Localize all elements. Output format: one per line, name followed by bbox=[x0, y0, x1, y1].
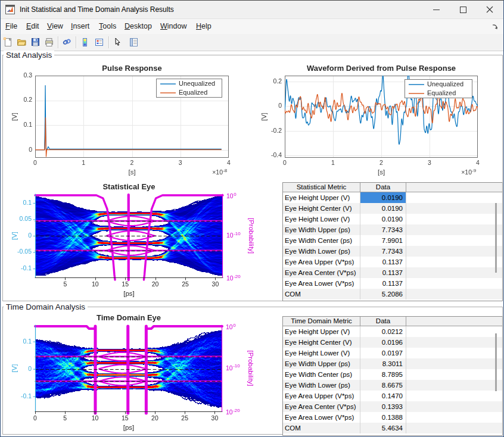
data-cell[interactable]: 0.0190 bbox=[360, 214, 406, 224]
new-figure-icon bbox=[3, 37, 13, 47]
stat-table-scrollbar[interactable] bbox=[495, 203, 497, 273]
table-header-row: Time Domain MetricData bbox=[283, 317, 502, 326]
metric-cell[interactable]: COM bbox=[283, 423, 360, 433]
data-cell[interactable]: 0.0212 bbox=[360, 326, 406, 337]
metric-cell[interactable]: Eye Width Upper (ps) bbox=[283, 224, 360, 235]
table-header-cell[interactable]: Data bbox=[360, 183, 406, 192]
data-cell[interactable]: 0.0190 bbox=[360, 203, 406, 214]
table-row: Eye Height Lower (V)0.0190 bbox=[283, 214, 502, 224]
metric-cell[interactable]: Eye Area Center (V*ps) bbox=[283, 401, 360, 412]
menu-tools[interactable]: Tools bbox=[99, 22, 116, 30]
table-row: Eye Height Lower (V)0.0197 bbox=[283, 348, 502, 358]
data-cell[interactable]: 0.1388 bbox=[360, 412, 406, 423]
table-row: Eye Height Center (V)0.0190 bbox=[283, 203, 502, 214]
maximize-button[interactable] bbox=[450, 1, 477, 18]
insert-legend-button[interactable] bbox=[94, 37, 105, 48]
metric-cell[interactable]: Eye Width Lower (ps) bbox=[283, 380, 360, 391]
matlab-icon bbox=[5, 5, 15, 14]
table-header-cell[interactable]: Data bbox=[360, 317, 406, 326]
metric-cell[interactable]: Eye Height Center (V) bbox=[283, 337, 360, 348]
menu-bar: FileEditViewInsertToolsDesktopWindowHelp bbox=[1, 18, 503, 35]
stat-panel-title: Stat Analysis bbox=[4, 51, 54, 60]
table-header-cell[interactable]: Time Domain Metric bbox=[283, 317, 360, 326]
new-figure-button[interactable] bbox=[3, 37, 14, 48]
toolbar-separator bbox=[108, 36, 110, 48]
menu-view[interactable]: View bbox=[47, 22, 63, 30]
data-cell[interactable]: 0.1137 bbox=[360, 278, 406, 289]
data-cell[interactable]: 0.0196 bbox=[360, 337, 406, 348]
metric-cell[interactable]: COM bbox=[283, 289, 360, 299]
data-cell[interactable]: 0.1137 bbox=[360, 267, 406, 278]
edit-plot-button[interactable] bbox=[113, 37, 123, 48]
metric-cell[interactable]: Eye Width Upper (ps) bbox=[283, 358, 360, 369]
window-title: Init Statistical and Time Domain Analysi… bbox=[20, 5, 174, 14]
data-cell[interactable]: 5.2086 bbox=[360, 289, 406, 299]
data-cell[interactable]: 0.1470 bbox=[360, 391, 406, 401]
waveform-chart bbox=[257, 58, 504, 180]
data-cell[interactable]: 7.9901 bbox=[360, 235, 406, 246]
title-bar[interactable]: Init Statistical and Time Domain Analysi… bbox=[1, 1, 503, 18]
table-row: Eye Width Center (ps)7.9901 bbox=[283, 235, 502, 246]
insert-colorbar-button[interactable] bbox=[80, 37, 91, 48]
link-plot-button[interactable] bbox=[62, 37, 73, 48]
data-cell[interactable]: 8.7895 bbox=[360, 369, 406, 380]
save-figure-button[interactable] bbox=[30, 37, 41, 48]
save-figure-icon bbox=[30, 37, 41, 47]
metric-cell[interactable]: Eye Height Center (V) bbox=[283, 203, 360, 214]
data-cell[interactable]: 7.7343 bbox=[360, 224, 406, 235]
data-cell[interactable]: 0.1137 bbox=[360, 257, 406, 267]
menu-edit[interactable]: Edit bbox=[26, 22, 39, 30]
metric-cell[interactable]: Eye Height Lower (V) bbox=[283, 348, 360, 358]
metric-cell[interactable]: Eye Width Center (ps) bbox=[283, 235, 360, 246]
table-row: Eye Width Center (ps)8.7895 bbox=[283, 369, 502, 380]
metric-cell[interactable]: Eye Area Upper (V*ps) bbox=[283, 391, 360, 401]
dock-figure-icon[interactable] bbox=[491, 23, 499, 30]
menu-help[interactable]: Help bbox=[196, 22, 211, 30]
close-button[interactable] bbox=[477, 1, 503, 18]
menu-window[interactable]: Window bbox=[160, 22, 186, 30]
time-table-scrollbar[interactable] bbox=[495, 333, 497, 391]
data-cell[interactable]: 0.0197 bbox=[360, 348, 406, 358]
table-row: COM5.2086 bbox=[283, 289, 502, 299]
property-inspector-icon bbox=[129, 37, 139, 47]
menu-desktop[interactable]: Desktop bbox=[125, 22, 152, 30]
property-inspector-button[interactable] bbox=[129, 37, 139, 48]
time-domain-eye-chart bbox=[7, 308, 263, 437]
table-row: Eye Height Upper (V)0.0190 bbox=[283, 192, 502, 203]
data-cell[interactable]: 0.1393 bbox=[360, 401, 406, 412]
table-row: Eye Area Center (V*ps)0.1137 bbox=[283, 267, 502, 278]
data-cell[interactable]: 5.4634 bbox=[360, 423, 406, 433]
menu-file[interactable]: File bbox=[5, 22, 17, 30]
minimize-button[interactable] bbox=[423, 1, 450, 18]
table-row: COM5.4634 bbox=[283, 423, 502, 433]
data-cell[interactable]: 8.6675 bbox=[360, 380, 406, 391]
insert-colorbar-icon bbox=[80, 37, 90, 47]
data-cell[interactable]: 7.7343 bbox=[360, 246, 406, 257]
time-metrics-table: Time Domain MetricDataEye Height Upper (… bbox=[282, 316, 503, 436]
data-cell[interactable]: 0.0190 bbox=[360, 192, 406, 203]
table-header-cell[interactable]: Statistical Metric bbox=[283, 183, 360, 192]
table-row: Eye Area Upper (V*ps)0.1470 bbox=[283, 391, 502, 401]
table-row: Eye Width Upper (ps)8.3011 bbox=[283, 358, 502, 369]
metric-cell[interactable]: Eye Width Center (ps) bbox=[283, 369, 360, 380]
edit-plot-icon bbox=[113, 37, 123, 47]
metric-cell[interactable]: Eye Width Lower (ps) bbox=[283, 246, 360, 257]
table-row: Eye Area Upper (V*ps)0.1137 bbox=[283, 257, 502, 267]
metric-cell[interactable]: Eye Height Upper (V) bbox=[283, 192, 360, 203]
table-row: Eye Width Lower (ps)8.6675 bbox=[283, 380, 502, 391]
toolbar-separator bbox=[58, 36, 59, 48]
table-row: Eye Width Lower (ps)7.7343 bbox=[283, 246, 502, 257]
print-figure-button[interactable] bbox=[44, 37, 55, 48]
metric-cell[interactable]: Eye Height Lower (V) bbox=[283, 214, 360, 224]
statistical-eye-chart bbox=[7, 177, 263, 305]
metric-cell[interactable]: Eye Area Center (V*ps) bbox=[283, 267, 360, 278]
menu-insert[interactable]: Insert bbox=[71, 22, 89, 30]
data-cell[interactable]: 8.3011 bbox=[360, 358, 406, 369]
metric-cell[interactable]: Eye Area Lower (V*ps) bbox=[283, 278, 360, 289]
metric-cell[interactable]: Eye Height Upper (V) bbox=[283, 326, 360, 337]
metric-cell[interactable]: Eye Area Lower (V*ps) bbox=[283, 412, 360, 423]
metric-cell[interactable]: Eye Area Upper (V*ps) bbox=[283, 257, 360, 267]
time-panel-title: Time Domain Analysis bbox=[4, 302, 88, 311]
table-row: Eye Area Center (V*ps)0.1393 bbox=[283, 401, 502, 412]
open-file-button[interactable] bbox=[17, 37, 27, 48]
